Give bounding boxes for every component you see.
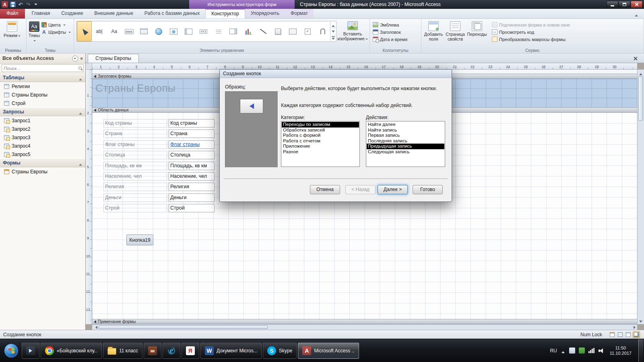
maximize-button[interactable] <box>619 1 630 8</box>
ribbon-tab[interactable]: Работа с базами данных <box>139 9 205 19</box>
close-button[interactable] <box>631 1 642 8</box>
ribbon-tab[interactable]: Упорядочить <box>245 9 285 19</box>
check-box-control-icon[interactable] <box>300 21 315 41</box>
nav-item[interactable]: Страны Европы <box>0 90 85 99</box>
vertical-ruler[interactable]: 12345678910111213 <box>86 70 92 324</box>
toggle-button-control-icon[interactable] <box>270 21 285 41</box>
text-box-control-icon[interactable]: ab| <box>92 21 107 41</box>
ribbon-tab[interactable]: Внешние данные <box>89 9 139 19</box>
view-button[interactable]: Режим <box>2 20 23 38</box>
scroll-up-icon[interactable] <box>638 70 644 76</box>
tools-small-button[interactable]: Преобразовать макросы формы <box>491 36 571 42</box>
nav-pane-header[interactable]: Все объекты Access <box>0 53 85 64</box>
hyperlink-control-icon[interactable] <box>151 21 166 41</box>
field-label[interactable]: Код страны <box>103 119 167 128</box>
gallery-scroll-down-icon[interactable] <box>330 28 336 35</box>
layout-view-button[interactable] <box>625 331 632 338</box>
taskbar-item[interactable]: Документ Micros... <box>200 343 262 359</box>
header-footer-button[interactable]: Эмблема <box>372 22 419 28</box>
field-label[interactable]: Деньги <box>103 193 167 202</box>
ribbon-tab[interactable]: Конструктор <box>205 9 245 19</box>
categories-list[interactable]: Переходы по записямОбработка записейРабо… <box>281 121 360 167</box>
clock[interactable]: 11:50 11.10.2017 <box>608 346 633 356</box>
fonts-button[interactable]: Шрифты <box>40 29 72 35</box>
field-textbox[interactable]: Население, чел <box>169 172 215 181</box>
nav-item[interactable]: Запрос2 <box>0 125 85 133</box>
nav-item[interactable]: Запрос3 <box>0 133 85 142</box>
tray-icon[interactable] <box>579 348 585 354</box>
option-group-control-icon[interactable]: XYZ <box>196 21 211 41</box>
taskbar-item[interactable]: Microsoft Access ... <box>298 343 359 359</box>
form-title-label[interactable]: Страны Европы <box>95 82 175 95</box>
taskbar-item[interactable] <box>144 343 161 359</box>
combo-box-control-icon[interactable] <box>226 21 241 41</box>
field-label[interactable]: Религия <box>103 183 167 191</box>
tools-button[interactable]: Страница свойств <box>445 20 466 47</box>
scrollbar-thumb[interactable] <box>99 325 268 329</box>
field-textbox[interactable]: Код страны <box>169 119 215 128</box>
line-control-icon[interactable] <box>256 21 270 41</box>
design-view-button[interactable] <box>633 331 640 338</box>
show-desktop-button[interactable] <box>638 339 643 362</box>
nav-item[interactable]: Строй <box>0 99 85 107</box>
ribbon-tab[interactable]: Создание <box>56 9 89 19</box>
insert-image-button[interactable]: Вставить изображение <box>337 20 368 47</box>
scrollbar-thumb[interactable] <box>638 76 643 121</box>
search-icon[interactable] <box>78 66 82 70</box>
web-browser-control-icon[interactable] <box>166 21 181 41</box>
tab-control-icon[interactable] <box>136 21 151 41</box>
redo-icon[interactable] <box>25 1 31 8</box>
field-textbox[interactable]: Площадь, кв км <box>169 162 215 170</box>
select-tool-icon[interactable] <box>77 21 92 41</box>
network-icon[interactable] <box>588 348 595 353</box>
attachment-control-icon[interactable] <box>315 21 330 41</box>
label-control-icon[interactable]: Aa <box>107 21 122 41</box>
gallery-more-icon[interactable] <box>330 35 336 41</box>
close-document-icon[interactable] <box>633 56 638 61</box>
list-item[interactable]: Приложение <box>282 144 359 149</box>
tray-icon[interactable] <box>569 348 575 354</box>
field-textbox[interactable]: Страна <box>169 130 215 138</box>
list-item[interactable]: Последняя запись <box>367 138 444 144</box>
nav-section-header[interactable]: Таблицы <box>0 73 85 82</box>
save-icon[interactable] <box>10 2 16 7</box>
taskbar-item[interactable] <box>22 343 39 359</box>
dialog-button[interactable]: Далее > <box>378 185 408 194</box>
list-item[interactable]: Обработка записей <box>282 128 359 133</box>
field-label[interactable]: Строй <box>103 204 167 212</box>
nav-dropdown-icon[interactable] <box>72 56 78 62</box>
command-button[interactable]: Кнопка19 <box>126 234 153 245</box>
qat-customize-icon[interactable] <box>33 1 39 8</box>
volume-icon[interactable] <box>599 348 605 353</box>
list-item[interactable]: Следующая запись <box>367 149 444 155</box>
field-textbox[interactable]: Столица <box>169 151 215 159</box>
ribbon-tab[interactable]: Файл <box>0 9 25 19</box>
header-footer-button[interactable]: Дата и время <box>372 36 419 42</box>
field-label[interactable]: Флаг страны <box>103 140 167 149</box>
nav-item[interactable]: Запрос1 <box>0 116 85 125</box>
nav-item[interactable]: Запрос5 <box>0 150 85 158</box>
taskbar-item[interactable] <box>182 343 199 359</box>
dialog-button[interactable]: < Назад <box>345 185 376 194</box>
field-label[interactable]: Столица <box>103 151 167 159</box>
dialog-button[interactable]: Готово <box>413 185 443 194</box>
taskbar-item[interactable] <box>163 343 180 359</box>
list-item[interactable]: Работа с отчетом <box>282 138 359 144</box>
horizontal-ruler[interactable]: 1234567891011121314151617181920212223242… <box>92 63 637 70</box>
list-item[interactable]: Первая запись <box>367 133 444 138</box>
datasheet-view-button[interactable] <box>617 331 624 338</box>
list-item[interactable]: Найти далее <box>367 122 444 128</box>
ribbon-tab[interactable]: Формат <box>285 9 314 19</box>
horizontal-scrollbar[interactable] <box>92 324 637 330</box>
chart-control-icon[interactable] <box>241 21 256 41</box>
field-textbox[interactable]: Деньги <box>169 193 215 202</box>
document-tab[interactable]: Страны Европы <box>88 54 139 63</box>
list-box-control-icon[interactable] <box>285 21 300 41</box>
minimize-ribbon-icon[interactable] <box>634 12 639 16</box>
tools-small-button[interactable]: Просмотреть код <box>491 29 571 35</box>
header-footer-button[interactable]: Заголовок <box>372 29 419 35</box>
taskbar-item[interactable]: Skype <box>263 343 297 359</box>
list-item[interactable]: Найти запись <box>367 128 444 133</box>
nav-section-header[interactable]: Запросы <box>0 107 85 116</box>
themes-button[interactable]: Темы <box>28 20 40 47</box>
